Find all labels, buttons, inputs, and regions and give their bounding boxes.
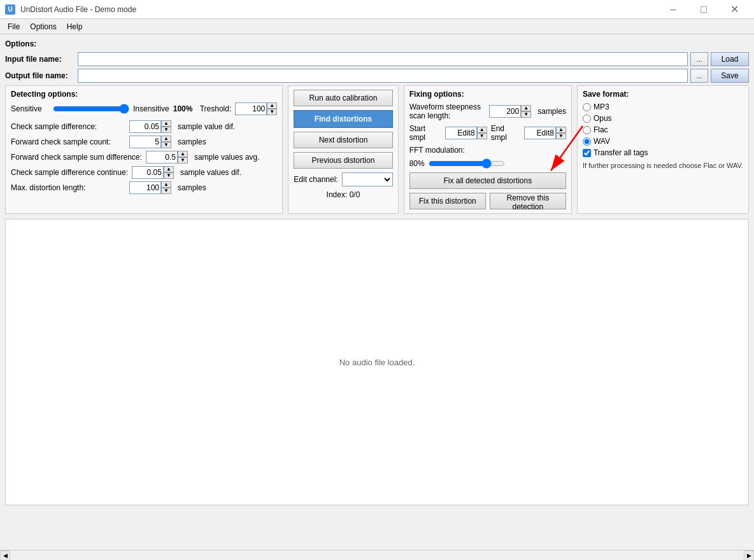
sensitivity-slider[interactable] xyxy=(53,104,129,114)
radio-wav[interactable] xyxy=(583,137,591,146)
end-smpl-label: End smpl xyxy=(491,124,520,142)
sensitivity-percent: 100% xyxy=(173,104,196,113)
find-distortions-button[interactable]: Find distortions xyxy=(294,110,392,128)
fft-label: FFT modulation: xyxy=(409,146,465,155)
input-file-input[interactable] xyxy=(78,52,688,66)
waveform-down[interactable]: ▼ xyxy=(521,111,531,118)
radio-opus[interactable] xyxy=(583,115,591,123)
param-input-3[interactable] xyxy=(132,166,164,179)
fft-slider-row: 80% xyxy=(409,158,566,169)
param-down-0[interactable]: ▼ xyxy=(161,127,171,133)
title-bar-controls: – □ ✕ xyxy=(658,0,749,19)
waveform-up[interactable]: ▲ xyxy=(521,105,531,111)
output-file-row: Output file name: ... Save xyxy=(5,69,749,83)
end-smpl-down[interactable]: ▼ xyxy=(556,133,566,139)
end-smpl-up[interactable]: ▲ xyxy=(556,127,566,133)
input-file-label: Input file name: xyxy=(5,55,75,64)
param-unit-1: samples xyxy=(178,137,206,146)
param-label-0: Check sample difference: xyxy=(11,122,125,131)
menu-help[interactable]: Help xyxy=(62,21,88,32)
threshold-input[interactable] xyxy=(235,102,267,115)
start-smpl-down[interactable]: ▼ xyxy=(477,133,487,139)
threshold-up[interactable]: ▲ xyxy=(267,102,277,109)
fix-all-button[interactable]: Fix all detected distortions xyxy=(409,172,566,189)
param-value-wrap-0: ▲ ▼ xyxy=(129,120,171,133)
param-up-0[interactable]: ▲ xyxy=(161,120,171,127)
fix-this-button[interactable]: Fix this distortion xyxy=(409,193,486,209)
param-up-2[interactable]: ▲ xyxy=(178,151,188,157)
previous-distortion-button[interactable]: Previous distortion xyxy=(294,152,392,169)
start-smpl-up[interactable]: ▲ xyxy=(477,127,487,133)
save-format-info: If further processing is needed choose F… xyxy=(583,161,743,171)
threshold-input-wrap: ▲ ▼ xyxy=(235,102,277,115)
menu-file[interactable]: File xyxy=(3,21,25,32)
remove-detection-button[interactable]: Remove this detection xyxy=(490,193,566,209)
edit-channel-select[interactable] xyxy=(342,172,393,186)
param-up-1[interactable]: ▲ xyxy=(161,136,171,142)
no-file-text: No audio file loaded. xyxy=(339,358,415,367)
load-button[interactable]: Load xyxy=(711,52,749,66)
start-smpl-label: Start smpl xyxy=(409,124,441,142)
transfer-tags-checkbox[interactable] xyxy=(583,149,591,157)
param-down-3[interactable]: ▼ xyxy=(164,172,174,179)
radio-mp3[interactable] xyxy=(583,103,591,111)
param-input-0[interactable] xyxy=(129,120,161,133)
param-up-4[interactable]: ▲ xyxy=(161,181,171,188)
options-section-label: Options: xyxy=(5,39,749,48)
save-format-title: Save format: xyxy=(583,90,743,99)
menu-bar: File Options Help xyxy=(0,19,754,34)
sensitivity-row: Sensitive Insensitive 100% Treshold: ▲ ▼ xyxy=(11,102,277,115)
waveform-label: Waveform steepness scan length: xyxy=(409,102,486,120)
main-container: Options: Input file name: ... Load Outpu… xyxy=(0,34,754,560)
threshold-label: Treshold: xyxy=(200,104,232,113)
detecting-options-panel: Detecting options: Sensitive Insensitive… xyxy=(5,85,283,214)
transfer-tags-label: Transfer all tags xyxy=(594,148,648,157)
param-input-2[interactable] xyxy=(146,151,178,164)
minimize-button[interactable]: – xyxy=(658,0,688,19)
end-smpl-spinners: ▲ ▼ xyxy=(556,127,566,139)
param-unit-4: samples xyxy=(178,183,206,192)
param-down-4[interactable]: ▼ xyxy=(161,188,171,194)
fft-slider[interactable] xyxy=(429,158,505,169)
edit-channel-label: Edit channel: xyxy=(294,175,338,184)
run-auto-calibration-button[interactable]: Run auto calibration xyxy=(294,90,392,106)
param-input-1[interactable] xyxy=(129,136,161,148)
input-file-row: Input file name: ... Load xyxy=(5,52,749,66)
scroll-right[interactable]: ▶ xyxy=(744,550,754,561)
save-button[interactable]: Save xyxy=(711,69,749,83)
sections-row: Detecting options: Sensitive Insensitive… xyxy=(5,85,749,214)
waveform-row: Waveform steepness scan length: ▲ ▼ samp… xyxy=(409,102,566,120)
maximize-button[interactable]: □ xyxy=(689,0,718,19)
output-browse-button[interactable]: ... xyxy=(690,69,708,83)
waveform-unit: samples xyxy=(537,107,566,116)
radio-flac[interactable] xyxy=(583,126,591,134)
param-down-1[interactable]: ▼ xyxy=(161,142,171,148)
param-up-3[interactable]: ▲ xyxy=(164,166,174,172)
fft-percent: 80% xyxy=(409,159,425,168)
end-smpl-input[interactable] xyxy=(524,127,556,139)
scroll-track[interactable] xyxy=(10,550,744,561)
radio-mp3-row: MP3 xyxy=(583,102,743,111)
scroll-left[interactable]: ◀ xyxy=(0,550,10,561)
waveform-input[interactable] xyxy=(489,105,521,118)
title-bar-left: U UnDistort Audio File - Demo mode xyxy=(5,4,136,15)
output-file-input[interactable] xyxy=(78,69,688,83)
insensitive-label: Insensitive xyxy=(133,104,169,113)
param-input-4[interactable] xyxy=(129,181,161,194)
param-row-3: Check sample difference continue: ▲ ▼ sa… xyxy=(11,166,277,179)
sensitivity-slider-container xyxy=(53,104,129,114)
input-browse-button[interactable]: ... xyxy=(690,52,708,66)
start-smpl-input[interactable] xyxy=(445,127,477,139)
close-button[interactable]: ✕ xyxy=(720,0,749,19)
next-distortion-button[interactable]: Next distortion xyxy=(294,132,392,148)
param-label-1: Forward check sample count: xyxy=(11,137,125,146)
end-smpl-wrap: ▲ ▼ xyxy=(524,127,566,139)
sensitive-label: Sensitive xyxy=(11,104,49,113)
param-spinners-4: ▲ ▼ xyxy=(161,181,171,194)
threshold-down[interactable]: ▼ xyxy=(267,109,277,115)
menu-options[interactable]: Options xyxy=(25,21,61,32)
param-down-2[interactable]: ▼ xyxy=(178,157,188,164)
threshold-spinners: ▲ ▼ xyxy=(267,102,277,115)
fix-btn-row: Fix this distortion Remove this detectio… xyxy=(409,193,566,209)
param-row-0: Check sample difference: ▲ ▼ sample valu… xyxy=(11,120,277,133)
